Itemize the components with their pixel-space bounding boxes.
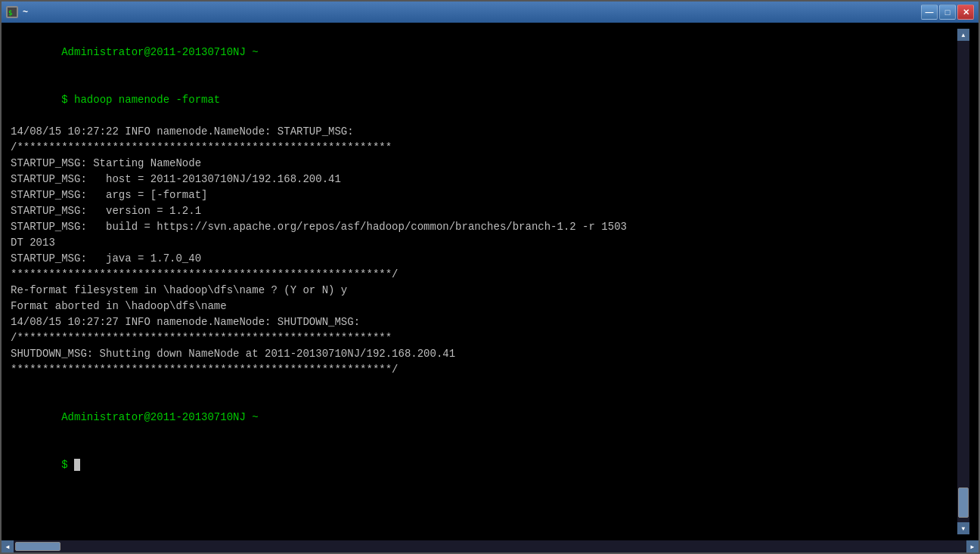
terminal-line: STARTUP_MSG: Starting NameNode (11, 156, 945, 172)
terminal-line: Administrator@2011-20130710NJ ~ (11, 394, 945, 441)
scrollbar-thumb[interactable] (958, 487, 969, 518)
command-line: $ hadoop namenode -format (61, 94, 220, 106)
terminal-line: DT 2013 (11, 235, 945, 251)
terminal-line: STARTUP_MSG: java = 1.7.0_40 (11, 251, 945, 267)
terminal-line: STARTUP_MSG: version = 1.2.1 (11, 203, 945, 219)
prompt-text: Administrator@2011-20130710NJ ~ (61, 46, 258, 58)
scrollbar-vertical[interactable]: ▲ ▼ (957, 29, 969, 534)
scroll-up-button[interactable]: ▲ (957, 29, 969, 41)
scroll-left-button[interactable]: ◀ (2, 540, 14, 552)
scroll-right-button[interactable]: ▶ (966, 540, 978, 552)
terminal-icon: $ (6, 6, 18, 18)
maximize-button[interactable]: □ (939, 5, 956, 20)
terminal-line: 14/08/15 10:27:27 INFO namenode.NameNode… (11, 314, 945, 330)
terminal-line: 14/08/15 10:27:22 INFO namenode.NameNode… (11, 124, 945, 140)
terminal-line: STARTUP_MSG: host = 2011-20130710NJ/192.… (11, 172, 945, 187)
terminal-line: $ (11, 441, 945, 489)
terminal-line (11, 378, 945, 394)
terminal-body[interactable]: Administrator@2011-20130710NJ ~ $ hadoop… (2, 23, 978, 540)
terminal-line: /***************************************… (11, 140, 945, 156)
terminal-content: Administrator@2011-20130710NJ ~ $ hadoop… (11, 29, 957, 534)
minimize-button[interactable]: — (921, 5, 938, 20)
terminal-line: Re-format filesystem in \hadoop\dfs\name… (11, 283, 945, 299)
terminal-line: STARTUP_MSG: build = https://svn.apache.… (11, 219, 945, 235)
scrollbar-horizontal-thumb[interactable] (15, 542, 60, 551)
terminal-line: STARTUP_MSG: args = [-format] (11, 187, 945, 203)
terminal-line: /***************************************… (11, 330, 945, 346)
cursor (74, 459, 80, 471)
scrollbar-horizontal[interactable]: ◀ ▶ (2, 540, 978, 552)
close-button[interactable]: ✕ (957, 5, 974, 20)
titlebar: $ ~ — □ ✕ (2, 2, 978, 23)
terminal-line: $ hadoop namenode -format (11, 76, 945, 124)
terminal-line: Administrator@2011-20130710NJ ~ (11, 29, 945, 76)
titlebar-buttons: — □ ✕ (921, 5, 974, 20)
command-prompt: $ (61, 459, 74, 471)
window-title: ~ (23, 7, 28, 17)
terminal-window: $ ~ — □ ✕ Administrator@2011-20130710NJ … (0, 0, 980, 554)
terminal-line: ****************************************… (11, 362, 945, 378)
terminal-line: Format aborted in \hadoop\dfs\name (11, 299, 945, 314)
terminal-line: SHUTDOWN_MSG: Shutting down NameNode at … (11, 346, 945, 362)
prompt-text-2: Administrator@2011-20130710NJ ~ (61, 411, 258, 423)
svg-text:$: $ (8, 9, 12, 17)
titlebar-left: $ ~ (6, 6, 28, 18)
scroll-down-button[interactable]: ▼ (957, 522, 969, 534)
terminal-line: ****************************************… (11, 267, 945, 283)
